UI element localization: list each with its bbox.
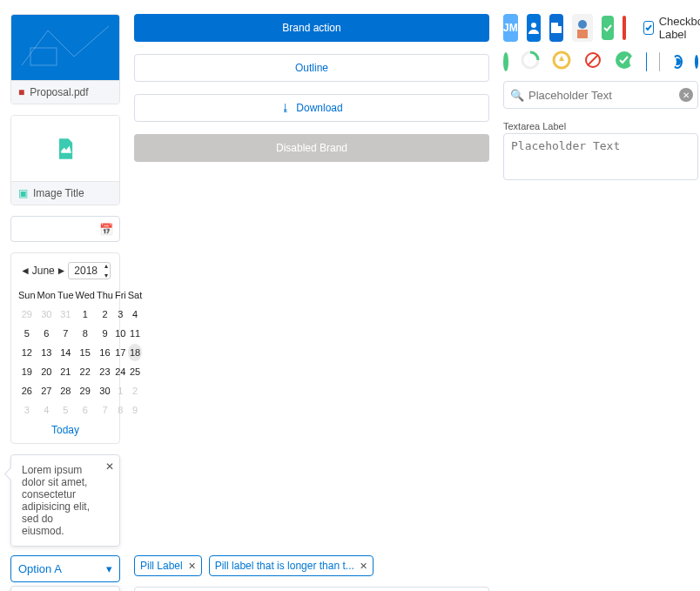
cal-day[interactable]: 12	[18, 344, 36, 361]
cal-day[interactable]: 11	[128, 325, 143, 342]
cal-day[interactable]: 9	[97, 325, 113, 342]
cal-day[interactable]: 29	[76, 382, 95, 400]
cal-day[interactable]: 5	[18, 325, 36, 342]
cal-day-muted[interactable]: 9	[128, 401, 143, 419]
cal-day[interactable]: 28	[57, 382, 74, 400]
cal-day[interactable]: 15	[76, 344, 95, 361]
search-icon: 🔍	[510, 89, 524, 102]
cal-day-muted[interactable]: 29	[18, 306, 36, 323]
cal-day[interactable]: 3	[115, 306, 126, 323]
combobox-value: Option A	[18, 562, 62, 575]
empty-square-red	[623, 16, 626, 40]
cal-day[interactable]: 7	[57, 325, 74, 342]
cal-day[interactable]: 27	[37, 382, 56, 400]
svg-rect-2	[558, 26, 562, 33]
cal-day-muted[interactable]: 8	[115, 401, 126, 419]
cal-day[interactable]: 30	[97, 382, 113, 400]
pill-a[interactable]: Pill Label ✕	[134, 555, 202, 576]
building-icon	[549, 14, 563, 42]
cal-day[interactable]: 24	[115, 363, 126, 380]
cal-day[interactable]: 22	[76, 363, 95, 380]
disabled-brand-button: Disabled Brand	[134, 134, 489, 162]
cal-day[interactable]: 4	[128, 306, 143, 323]
popover-close[interactable]: ✕	[105, 460, 114, 473]
cal-dow: Tue	[57, 286, 74, 304]
download-button[interactable]: ⭳ Download	[134, 94, 489, 122]
image-thumbnail	[11, 116, 119, 182]
textarea-input[interactable]	[503, 133, 698, 180]
file-thumbnail	[11, 15, 119, 81]
cal-day-muted[interactable]: 31	[57, 306, 74, 323]
cal-day[interactable]: 23	[97, 363, 113, 380]
pill-b[interactable]: Pill label that is longer than t... ✕	[209, 555, 374, 576]
knowledge-card: 📖 Share the knowledge Harness your team'…	[134, 587, 489, 591]
cal-day[interactable]: 1	[76, 306, 95, 323]
popover-text: Lorem ipsum dolor sit amet, consectetur …	[22, 464, 90, 537]
calendar-year-select[interactable]: 2018 ▴ ▾	[68, 262, 111, 279]
calendar: ◄ June ► 2018 ▴ ▾ SunMonTueWedThuFriSat2…	[10, 252, 120, 444]
combobox[interactable]: Option A ▾	[10, 555, 120, 582]
pdf-icon: ■	[18, 86, 24, 98]
svg-rect-10	[30, 48, 57, 65]
radio-unselected[interactable]	[695, 55, 698, 69]
combobox-option[interactable]: ✓Option A	[11, 587, 119, 591]
cal-day-muted[interactable]: 4	[37, 401, 56, 419]
checkbox[interactable]	[643, 21, 654, 35]
file-card-image[interactable]: ▣ Image Title	[10, 115, 120, 205]
cal-day-muted[interactable]: 7	[97, 401, 113, 419]
calendar-icon[interactable]: 📅	[99, 223, 113, 236]
cal-day[interactable]: 17	[115, 344, 126, 361]
cal-dow: Fri	[115, 286, 126, 304]
warning-icon	[552, 50, 571, 72]
cal-day-muted[interactable]: 1	[115, 382, 126, 400]
cal-day[interactable]: 26	[18, 382, 36, 400]
cal-day[interactable]: 14	[57, 344, 74, 361]
file-name: Proposal.pdf	[30, 86, 88, 98]
outline-button[interactable]: Outline	[134, 54, 489, 82]
search-input[interactable]	[503, 81, 698, 109]
image-icon: ▣	[18, 187, 28, 199]
cal-day[interactable]: 8	[76, 325, 95, 342]
cal-day[interactable]: 19	[18, 363, 36, 380]
svg-rect-1	[551, 23, 558, 33]
calendar-prev[interactable]: ◄	[20, 265, 30, 277]
cal-day-muted[interactable]: 6	[76, 401, 95, 419]
cal-dow: Wed	[76, 286, 95, 304]
pill-b-remove[interactable]: ✕	[360, 561, 367, 572]
cal-day[interactable]: 20	[37, 363, 56, 380]
cal-day[interactable]: 25	[128, 363, 143, 380]
cal-dow: Sun	[18, 286, 36, 304]
svg-point-0	[531, 23, 536, 28]
cal-day[interactable]: 13	[37, 344, 56, 361]
cal-day-muted[interactable]: 2	[128, 382, 143, 400]
cal-day[interactable]: 18	[128, 344, 143, 361]
svg-line-8	[588, 55, 598, 65]
svg-rect-4	[577, 30, 588, 38]
brand-action-button[interactable]: Brand action	[134, 14, 489, 42]
clear-search-icon[interactable]: ✕	[679, 88, 693, 102]
cal-day[interactable]: 16	[97, 344, 113, 361]
svg-point-3	[578, 20, 587, 29]
cal-dow: Sat	[128, 286, 143, 304]
cal-day[interactable]: 2	[97, 306, 113, 323]
check-square-green	[602, 16, 614, 40]
calendar-today-link[interactable]: Today	[18, 419, 112, 436]
user-icon	[527, 14, 541, 42]
file-card-proposal[interactable]: ■ Proposal.pdf	[10, 14, 120, 104]
toggle-off[interactable]	[659, 52, 660, 71]
pill-a-label: Pill Label	[140, 560, 183, 572]
calendar-next[interactable]: ►	[57, 265, 67, 277]
popover: ✕ Lorem ipsum dolor sit amet, consectetu…	[10, 454, 120, 547]
cal-day[interactable]: 10	[115, 325, 126, 342]
pill-b-label: Pill label that is longer than t...	[215, 560, 354, 572]
cal-day-muted[interactable]: 5	[57, 401, 74, 419]
cal-day[interactable]: 6	[37, 325, 56, 342]
textarea-label: Textarea Label	[503, 121, 698, 131]
toggle-on[interactable]	[646, 52, 647, 71]
cal-day-muted[interactable]: 30	[37, 306, 56, 323]
cal-day-muted[interactable]: 3	[18, 401, 36, 419]
chevron-down-icon: ▾	[106, 562, 112, 575]
pill-a-remove[interactable]: ✕	[188, 561, 196, 572]
cal-day[interactable]: 21	[57, 363, 74, 380]
checkbox-label: Checkbox Label	[659, 15, 700, 41]
